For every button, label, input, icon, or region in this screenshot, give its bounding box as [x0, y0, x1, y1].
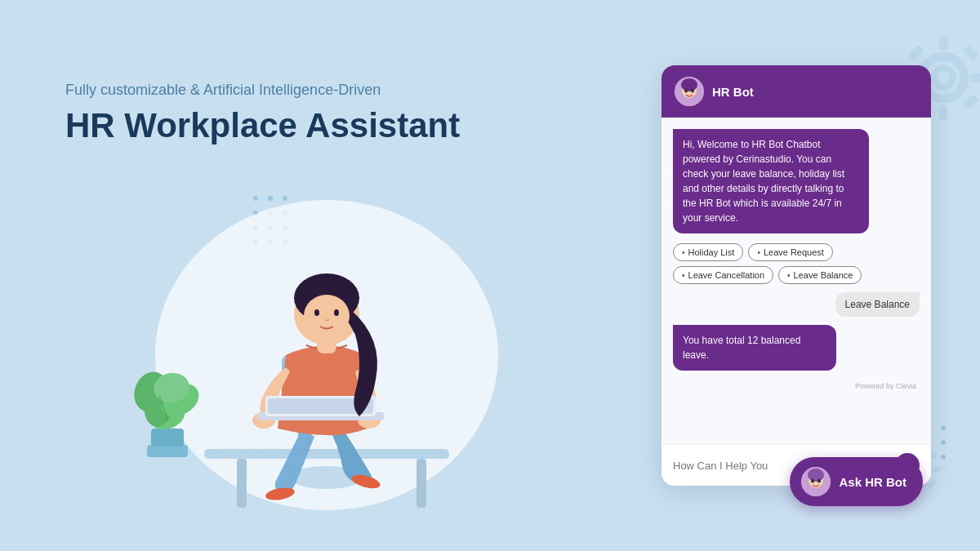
svg-point-63: [808, 469, 824, 482]
svg-rect-7: [963, 94, 979, 110]
svg-rect-5: [963, 45, 979, 61]
svg-point-65: [817, 479, 821, 483]
svg-point-64: [811, 479, 814, 483]
svg-rect-3: [971, 73, 980, 82]
quick-reply-leave-cancellation[interactable]: Leave Cancellation: [673, 266, 773, 284]
svg-rect-39: [416, 459, 426, 508]
svg-rect-38: [237, 459, 247, 508]
svg-point-58: [681, 78, 697, 91]
svg-point-60: [691, 89, 694, 93]
quick-reply-holiday-list[interactable]: Holiday List: [673, 243, 743, 261]
svg-point-9: [937, 71, 950, 84]
svg-point-59: [684, 89, 688, 93]
ask-btn-label: Ask HR Bot: [839, 475, 906, 489]
ask-btn-avatar: [801, 467, 831, 496]
svg-rect-30: [151, 429, 184, 447]
svg-rect-4: [907, 45, 924, 61]
chat-body: Hi, Welcome to HR Bot Chatbot powered by…: [662, 118, 931, 444]
svg-rect-1: [939, 105, 947, 120]
svg-rect-37: [204, 449, 449, 459]
person-illustration: [74, 127, 564, 527]
svg-point-54: [314, 309, 319, 316]
quick-reply-leave-request[interactable]: Leave Request: [748, 243, 833, 261]
chat-header: HR Bot: [662, 65, 931, 118]
bot-avatar: [675, 77, 704, 106]
svg-rect-0: [939, 35, 947, 50]
bot-message-2: You have total 12 balanced leave.: [673, 325, 836, 371]
svg-rect-29: [147, 445, 188, 457]
svg-point-55: [334, 309, 339, 316]
chat-header-title: HR Bot: [712, 85, 754, 99]
subtitle: Fully customizable & Artificial Intellig…: [65, 82, 490, 99]
user-message-1: Leave Balance: [835, 292, 920, 317]
bot-message-1: Hi, Welcome to HR Bot Chatbot powered by…: [673, 129, 869, 233]
powered-by-label: Powered by Clevia: [673, 382, 920, 390]
quick-replies: Holiday List Leave Request Leave Cancell…: [673, 243, 920, 284]
svg-point-53: [304, 295, 350, 337]
ask-hr-bot-button[interactable]: Ask HR Bot: [790, 457, 923, 506]
quick-reply-leave-balance[interactable]: Leave Balance: [778, 266, 862, 284]
chat-widget: HR Bot Hi, Welcome to HR Bot Chatbot pow…: [662, 65, 931, 486]
